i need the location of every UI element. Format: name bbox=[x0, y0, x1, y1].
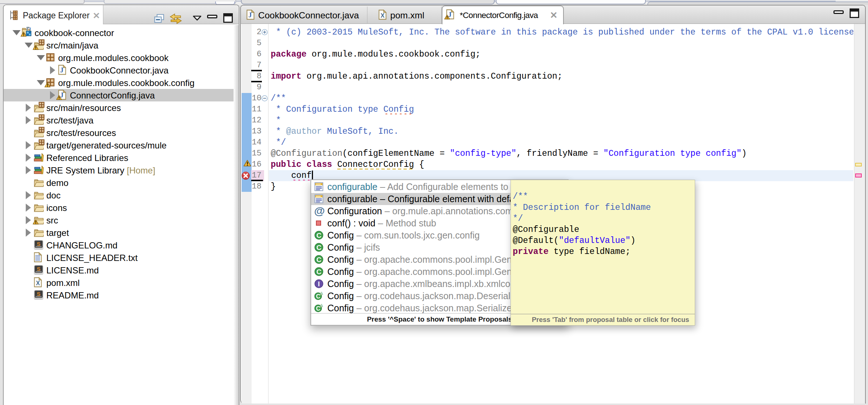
svg-text:I: I bbox=[318, 280, 320, 288]
svg-text:A: A bbox=[320, 291, 323, 296]
svg-text:J: J bbox=[249, 11, 252, 19]
svg-text:S: S bbox=[37, 266, 40, 272]
svg-text:S: S bbox=[37, 241, 40, 247]
svg-text:C: C bbox=[316, 268, 321, 276]
svg-text:S: S bbox=[37, 291, 40, 297]
svg-text:J: J bbox=[60, 67, 64, 74]
svg-text:C: C bbox=[316, 256, 321, 264]
svg-text:C: C bbox=[316, 244, 321, 251]
svg-text:A: A bbox=[320, 304, 323, 308]
svg-text:X: X bbox=[36, 280, 40, 286]
svg-text:X: X bbox=[381, 12, 385, 19]
svg-text:C: C bbox=[316, 232, 321, 239]
